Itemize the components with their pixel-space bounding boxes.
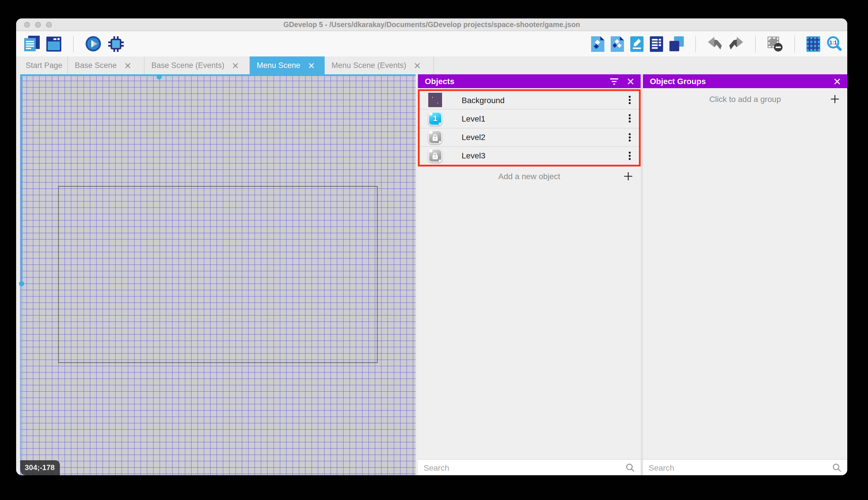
debug-icon[interactable] xyxy=(108,35,124,52)
toolbar-left-group xyxy=(24,35,124,52)
toolbar-separator xyxy=(794,35,795,52)
object-groups-panel-header: Object Groups xyxy=(643,74,847,88)
undo-icon[interactable] xyxy=(707,37,723,51)
selection-border-left-faint xyxy=(21,284,22,475)
level1-button-icon: 1 xyxy=(428,112,442,126)
tab-bar: Start Page Base Scene Base Scene (Events… xyxy=(16,56,847,74)
toggle-grid-icon[interactable] xyxy=(806,36,820,52)
object-menu-icon[interactable] xyxy=(629,151,631,160)
plus-icon xyxy=(831,95,839,103)
object-groups-search-input[interactable] xyxy=(649,463,832,472)
object-menu-icon[interactable] xyxy=(629,133,631,141)
objects-search-input[interactable] xyxy=(424,463,626,472)
add-group-button[interactable]: Click to add a group xyxy=(643,88,847,110)
screen: GDevelop 5 - /Users/dkarakay/Documents/G… xyxy=(0,0,868,500)
panel-divider[interactable] xyxy=(641,74,643,475)
toolbar-separator xyxy=(695,35,696,52)
canvas-gutter xyxy=(415,74,418,475)
tab-menu-scene[interactable]: Menu Scene xyxy=(250,56,325,74)
locked-button-icon xyxy=(428,149,442,163)
objects-panel-header: Objects xyxy=(418,74,641,88)
object-row-background[interactable]: Background xyxy=(420,91,639,109)
objects-editor-icon[interactable] xyxy=(591,36,605,52)
objects-panel-title: Objects xyxy=(425,77,455,86)
plus-icon xyxy=(624,172,633,180)
game-window-bounds xyxy=(58,186,378,363)
tab-label: Menu Scene xyxy=(257,61,301,70)
redo-icon[interactable] xyxy=(729,37,744,51)
gdevelop-window: GDevelop 5 - /Users/dkarakay/Documents/G… xyxy=(16,19,847,475)
object-row-level1[interactable]: 1 Level1 xyxy=(420,109,639,128)
selection-border-top xyxy=(20,74,415,76)
close-panel-icon[interactable] xyxy=(834,78,840,84)
close-tab-icon[interactable] xyxy=(414,62,420,68)
zoom-options-icon[interactable]: 1:1 xyxy=(826,36,843,52)
object-menu-icon[interactable] xyxy=(629,114,631,123)
object-groups-search-bar xyxy=(643,459,847,475)
object-label: Level3 xyxy=(462,151,485,160)
locked-button-icon xyxy=(428,130,442,144)
objects-panel: Objects xyxy=(418,74,641,475)
zoom-window-button[interactable] xyxy=(46,22,52,28)
object-row-level3[interactable]: Level3 xyxy=(420,146,639,165)
close-window-button[interactable] xyxy=(24,22,30,28)
close-tab-icon[interactable] xyxy=(233,62,238,68)
add-new-object-label: Add a new object xyxy=(418,171,641,181)
space-background-thumbnail-icon xyxy=(428,93,442,107)
toolbar-separator xyxy=(755,35,756,52)
layers-icon[interactable] xyxy=(669,36,684,52)
object-label: Background xyxy=(462,95,505,104)
add-new-object-button[interactable]: Add a new object xyxy=(418,167,641,185)
add-group-label: Click to add a group xyxy=(643,94,847,104)
traffic-lights xyxy=(24,22,52,28)
objects-list-highlight: Background 1 Level1 xyxy=(418,89,641,167)
scene-editor-canvas[interactable]: 304;-178 xyxy=(20,74,415,475)
preview-play-icon[interactable] xyxy=(85,36,101,52)
objects-panel-empty-area xyxy=(418,185,641,459)
search-icon xyxy=(832,463,842,472)
tab-menu-scene-events[interactable]: Menu Scene (Events) xyxy=(325,56,434,74)
instances-list-icon[interactable] xyxy=(650,36,663,52)
toolbar-right-group: 1:1 xyxy=(591,35,843,52)
tab-base-scene[interactable]: Base Scene xyxy=(68,56,144,74)
toolbar-separator xyxy=(73,35,74,52)
object-label: Level1 xyxy=(462,114,485,123)
tab-label: Start Page xyxy=(26,61,62,70)
project-manager-icon[interactable] xyxy=(24,36,40,52)
selection-resize-handle-left[interactable] xyxy=(19,281,24,286)
toggle-window-mask-icon[interactable] xyxy=(767,36,783,52)
object-groups-editor-icon[interactable] xyxy=(611,36,624,52)
object-groups-panel: Object Groups Click to add a group xyxy=(643,74,847,475)
zoom-icon-label: 1:1 xyxy=(830,40,837,46)
close-tab-icon[interactable] xyxy=(125,62,131,68)
tab-base-scene-events[interactable]: Base Scene (Events) xyxy=(144,56,250,74)
minimize-window-button[interactable] xyxy=(35,22,41,28)
object-label: Level2 xyxy=(462,133,485,142)
object-groups-panel-title: Object Groups xyxy=(650,77,706,86)
level1-glyph: 1 xyxy=(433,114,437,123)
object-menu-icon[interactable] xyxy=(629,95,631,104)
object-row-level2[interactable]: Level2 xyxy=(420,128,639,146)
selection-resize-handle-top[interactable] xyxy=(156,74,162,79)
search-icon xyxy=(626,463,635,472)
properties-icon[interactable] xyxy=(630,36,644,52)
toolbar: 1:1 xyxy=(16,31,847,56)
title-bar: GDevelop 5 - /Users/dkarakay/Documents/G… xyxy=(16,19,847,31)
close-tab-icon[interactable] xyxy=(308,62,314,68)
tab-start-page[interactable]: Start Page xyxy=(21,56,68,74)
close-panel-icon[interactable] xyxy=(627,78,634,84)
objects-search-bar xyxy=(418,459,641,475)
window-title: GDevelop 5 - /Users/dkarakay/Documents/G… xyxy=(16,21,847,29)
tab-label: Menu Scene (Events) xyxy=(331,61,406,70)
object-groups-empty-area xyxy=(643,110,847,459)
canvas-gutter xyxy=(16,74,20,475)
start-page-icon[interactable] xyxy=(46,36,62,52)
tab-label: Base Scene (Events) xyxy=(151,61,224,70)
selection-border-left xyxy=(21,74,22,284)
cursor-coordinates-badge: 304;-178 xyxy=(20,460,60,475)
editor-content: 304;-178 Objects xyxy=(16,74,847,475)
filter-icon[interactable] xyxy=(610,78,618,84)
tab-label: Base Scene xyxy=(75,61,117,70)
